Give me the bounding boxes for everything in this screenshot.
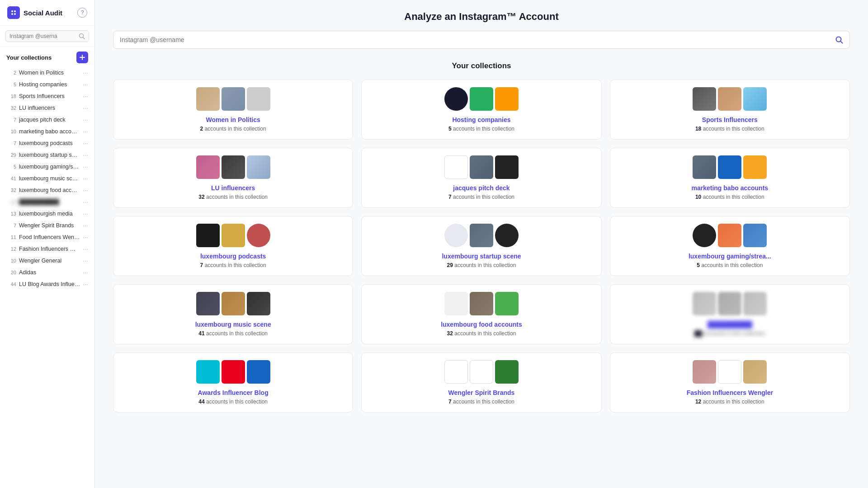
card-img-1: [718, 87, 741, 111]
collection-menu-dots[interactable]: ···: [83, 151, 88, 159]
card-title: luxembourg podcasts: [200, 253, 266, 260]
collection-card-10[interactable]: luxembourg food accounts 32 accounts in …: [361, 284, 601, 344]
card-subtitle: 12 accounts in this collection: [695, 399, 764, 405]
card-title: luxembourg music scene: [195, 321, 271, 328]
collection-menu-dots[interactable]: ···: [83, 269, 88, 276]
collection-name: Fashion Influencers Wengler: [19, 246, 80, 252]
main-search-input[interactable]: [120, 36, 831, 43]
sidebar-item-1[interactable]: 5 Hosting companies ···: [0, 79, 94, 90]
collections-header: Your collections: [0, 47, 94, 66]
collection-menu-dots[interactable]: ···: [83, 104, 88, 112]
card-img-1: [470, 292, 493, 315]
collection-num: 5: [6, 82, 16, 87]
card-img-2: [247, 292, 270, 315]
card-subtitle: 32 accounts in this collection: [447, 330, 516, 337]
collections-label: Your collections: [6, 54, 52, 61]
collection-card-6[interactable]: luxembourg podcasts 7 accounts in this c…: [113, 216, 353, 276]
sidebar-item-9[interactable]: 41 luxembourg music scene ···: [0, 173, 94, 184]
card-img-0: [196, 87, 220, 111]
add-collection-button[interactable]: [76, 52, 88, 63]
help-button[interactable]: ?: [77, 8, 87, 18]
sidebar-item-17[interactable]: 20 Adidas ···: [0, 267, 94, 278]
sidebar-item-13[interactable]: 7 Wengler Spirit Brands ···: [0, 220, 94, 231]
card-subtitle: 44 accounts in this collection: [198, 399, 268, 405]
card-img-2: [247, 360, 270, 384]
sidebar-item-2[interactable]: 18 Sports Influencers ···: [0, 90, 94, 102]
collections-section-title: Your collections: [113, 61, 850, 70]
collection-menu-dots[interactable]: ···: [83, 234, 88, 241]
sidebar-item-10[interactable]: 32 luxembourg food accounts ···: [0, 184, 94, 196]
sidebar-item-0[interactable]: 2 Women in Politics ···: [0, 67, 94, 79]
card-img-1: [718, 155, 741, 179]
card-img-1: [718, 292, 741, 315]
sidebar-item-16[interactable]: 10 Wengler General ···: [0, 255, 94, 267]
sidebar-item-15[interactable]: 12 Fashion Influencers Wengler ···: [0, 243, 94, 255]
collection-num: 32: [6, 188, 16, 193]
card-title: LU influencers: [211, 184, 255, 192]
sidebar-item-6[interactable]: 7 luxembourg podcasts ···: [0, 137, 94, 149]
sidebar-search-input[interactable]: [9, 33, 76, 39]
collection-menu-dots[interactable]: ···: [83, 69, 88, 76]
card-img-2: [495, 224, 519, 247]
card-title: Awards Influencer Blog: [198, 389, 269, 396]
collection-menu-dots[interactable]: ···: [83, 187, 88, 194]
collection-card-12[interactable]: Awards Influencer Blog 44 accounts in th…: [113, 352, 353, 413]
collection-card-2[interactable]: Sports Influencers 18 accounts in this c…: [610, 80, 850, 140]
collection-menu-dots[interactable]: ···: [83, 175, 88, 182]
collection-card-1[interactable]: Hosting companies 5 accounts in this col…: [361, 80, 601, 140]
sidebar-item-8[interactable]: 5 luxembourg gaming/streami... ···: [0, 161, 94, 173]
collection-card-7[interactable]: luxembourg startup scene 29 accounts in …: [361, 216, 601, 276]
card-images: [693, 155, 767, 179]
main-content: Analyze an Instagram™ Account Your colle…: [95, 0, 868, 488]
app-title: Social Audit: [24, 9, 62, 17]
card-images: [693, 292, 767, 315]
card-images: [196, 360, 270, 384]
sidebar-item-3[interactable]: 32 LU influencers ···: [0, 102, 94, 114]
sidebar-item-12[interactable]: 13 luxembourgish media ···: [0, 208, 94, 220]
collection-menu-dots[interactable]: ···: [83, 257, 88, 264]
card-images: [693, 87, 767, 111]
collection-card-4[interactable]: jacques pitch deck 7 accounts in this co…: [361, 148, 601, 208]
collection-menu-dots[interactable]: ···: [83, 245, 88, 253]
collection-card-14[interactable]: Fashion Influencers Wengler 12 accounts …: [610, 352, 850, 413]
main-search-container: [113, 31, 850, 49]
collection-menu-dots[interactable]: ···: [83, 140, 88, 147]
collection-card-5[interactable]: marketing babo accounts 10 accounts in t…: [610, 148, 850, 208]
card-img-2: [247, 155, 270, 179]
card-img-2: [743, 360, 767, 384]
collection-menu-dots[interactable]: ···: [83, 210, 88, 217]
collection-card-11[interactable]: ██████████ ██ accounts in this collectio…: [610, 284, 850, 344]
collection-menu-dots[interactable]: ···: [83, 93, 88, 100]
collection-card-3[interactable]: LU influencers 32 accounts in this colle…: [113, 148, 353, 208]
collection-card-8[interactable]: luxembourg gaming/strea... 5 accounts in…: [610, 216, 850, 276]
card-img-1: [470, 87, 493, 111]
card-images: [693, 224, 767, 247]
card-subtitle: 7 accounts in this collection: [200, 262, 266, 268]
app-logo: [7, 6, 20, 19]
sidebar-item-14[interactable]: 11 Food Influencers Wengler ···: [0, 231, 94, 243]
svg-point-0: [11, 10, 13, 12]
collection-num: 44: [6, 282, 16, 287]
sidebar-item-11[interactable]: 23 ██████████ ···: [0, 196, 94, 208]
collection-menu-dots[interactable]: ···: [83, 222, 88, 229]
sidebar-item-5[interactable]: 10 marketing babo accounts ···: [0, 126, 94, 137]
collection-card-13[interactable]: Wengler Spirit Brands 7 accounts in this…: [361, 352, 601, 413]
card-subtitle: 2 accounts in this collection: [200, 126, 266, 132]
collection-menu-dots[interactable]: ···: [83, 116, 88, 123]
collection-menu-dots[interactable]: ···: [83, 128, 88, 135]
search-icon-main[interactable]: [835, 36, 843, 44]
collection-card-0[interactable]: Women in Politics 2 accounts in this col…: [113, 80, 353, 140]
card-title: Women in Politics: [206, 116, 260, 123]
card-images: [444, 292, 519, 315]
collection-menu-dots[interactable]: ···: [83, 163, 88, 170]
sidebar-item-7[interactable]: 29 luxembourg startup scene ···: [0, 149, 94, 161]
sidebar-item-18[interactable]: 44 LU Blog Awards Influencer ···: [0, 278, 94, 290]
card-img-1: [718, 224, 741, 247]
sidebar-item-4[interactable]: 7 jacques pitch deck ···: [0, 114, 94, 126]
collection-menu-dots[interactable]: ···: [83, 281, 88, 288]
collection-name: luxembourg podcasts: [19, 140, 80, 146]
collection-menu-dots[interactable]: ···: [83, 198, 88, 206]
collection-menu-dots[interactable]: ···: [83, 81, 88, 88]
card-img-2: [495, 155, 519, 179]
collection-card-9[interactable]: luxembourg music scene 41 accounts in th…: [113, 284, 353, 344]
